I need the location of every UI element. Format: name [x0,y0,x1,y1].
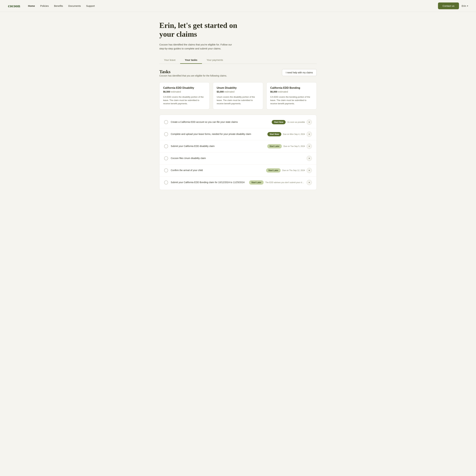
nav-item-support[interactable]: Support [86,4,95,7]
nav-links: Home Policies Benefits Documents Support [28,4,95,7]
user-label: Erin [462,4,466,7]
logo: cocoon [8,3,20,8]
task-item-3: Cocoon files Unum disability claim ▾ [159,153,317,164]
task-label-3: Cocoon files Unum disability claim [171,157,206,160]
nav-item-home[interactable]: Home [28,4,35,7]
claim-card-title-1: Unum Disability [217,86,259,89]
task-due-0: As soon as possible [287,121,305,123]
task-due-1: Due on Mon Sep 4, 2024 [283,133,305,135]
claim-card-amount-1: $3,000 estimated [217,90,259,93]
task-expand-1[interactable]: ▾ [306,132,312,137]
task-note-5: The EDD advises you don't submit your cl… [265,181,305,184]
help-with-claims-button[interactable]: I need help with my claims [282,69,317,76]
task-label-4: Confirm the arrival of your child [171,169,203,172]
nav-item-policies[interactable]: Policies [40,4,49,7]
task-checkbox-2[interactable] [164,144,168,148]
task-due-2: Due on Tue Sep 5, 2024 [283,145,305,147]
tasks-header: Tasks Cocoon has identified that you are… [159,69,317,81]
claim-cards: California EDD Disability $6,500 estimat… [159,82,317,109]
claim-card-title-0: California EDD Disability [163,86,206,89]
claim-card-desc-0: CA EDD covers the disability portion of … [163,95,206,105]
task-expand-0[interactable]: ▾ [306,119,312,125]
user-menu[interactable]: Erin ▾ [462,4,468,7]
task-item-5: Submit your California EDD Bonding claim… [159,176,317,188]
task-expand-2[interactable]: ▾ [306,144,312,149]
chevron-down-icon: ▾ [467,5,468,7]
claim-card-title-2: California EDD Bonding [270,86,313,89]
task-checkbox-5[interactable] [164,181,168,185]
claim-card-desc-2: CA EDD covers the bonding portion of the… [270,95,313,105]
task-label-1: Complete and upload your leave forms, ne… [171,133,251,136]
claim-card-desc-1: Unum covers the disability portion of th… [217,95,259,105]
hero-subtitle: Cocoon has identified the claims that yo… [159,43,235,51]
claim-card-edd-disability: California EDD Disability $6,500 estimat… [159,82,210,109]
task-checkbox-3[interactable] [164,156,168,160]
claim-card-edd-bonding: California EDD Bonding $6,000 estimated … [266,82,317,109]
task-badge-1: Start Now [267,132,281,136]
task-checkbox-1[interactable] [164,132,168,136]
task-expand-3[interactable]: ▾ [306,156,312,161]
task-label-5: Submit your California EDD Bonding claim… [171,181,245,184]
task-checkbox-0[interactable] [164,120,168,124]
tab-your-tasks[interactable]: Your tasks [180,56,202,64]
task-badge-4: Start Later [266,168,281,172]
navbar: cocoon Home Policies Benefits Documents … [0,0,476,12]
tab-your-leave[interactable]: Your leave [159,56,180,64]
task-item-4: Confirm the arrival of your child Start … [159,164,317,176]
hero-title: Erin, let's get started on your claims [159,21,245,39]
nav-item-benefits[interactable]: Benefits [54,4,63,7]
nav-item-documents[interactable]: Documents [68,4,81,7]
tasks-description: Cocoon has identified that you are eligi… [159,74,227,77]
claim-card-amount-2: $6,000 estimated [270,90,313,93]
task-item-1: Complete and upload your leave forms, ne… [159,128,317,140]
main-content: Erin, let's get started on your claims C… [155,12,321,200]
task-label-2: Submit your California EDD disability cl… [171,145,215,148]
nav-right: Contact us Erin ▾ [438,2,468,9]
tasks-title: Tasks [159,69,227,74]
nav-left: cocoon Home Policies Benefits Documents … [8,3,95,8]
claim-card-unum-disability: Unum Disability $3,000 estimated Unum co… [213,82,263,109]
contact-us-button[interactable]: Contact us [438,2,459,9]
task-due-4: Due on Thu Sep 12, 2024 [282,169,305,171]
task-item-0: Create a California EDD account so you c… [159,116,317,128]
claim-card-amount-0: $6,500 estimated [163,90,206,93]
task-badge-5: Start Later [249,180,264,185]
tabs: Your leave Your tasks Your payments [159,56,317,64]
task-item-2: Submit your California EDD disability cl… [159,140,317,153]
task-badge-0: Start Now [272,120,286,124]
task-badge-2: Start Later [267,144,282,148]
task-checkbox-4[interactable] [164,169,168,172]
tab-your-payments[interactable]: Your payments [202,56,228,64]
task-expand-5[interactable]: ▾ [306,180,312,185]
task-expand-4[interactable]: ▾ [306,168,312,173]
task-label-0: Create a California EDD account so you c… [171,120,238,124]
task-list: Create a California EDD account so you c… [159,115,317,190]
